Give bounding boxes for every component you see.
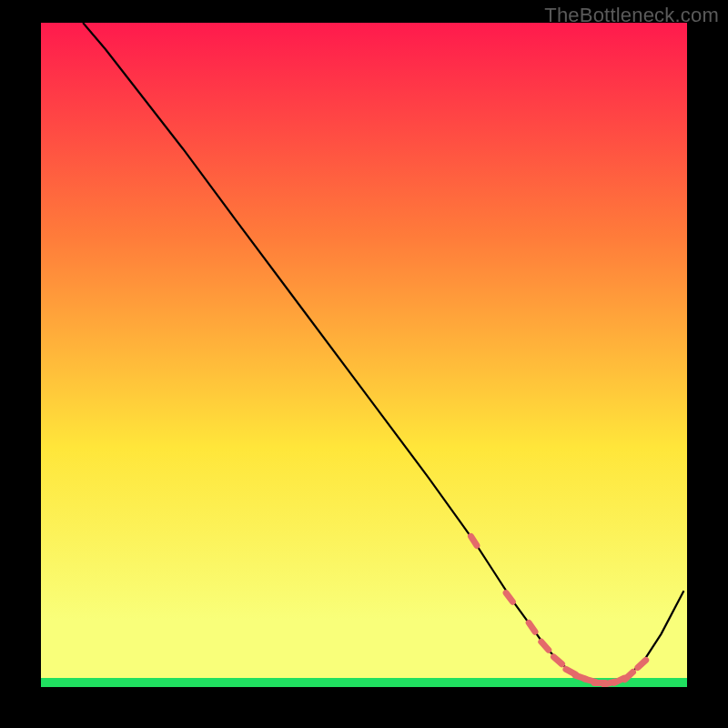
- chart-svg: [41, 23, 687, 687]
- plot-area: [41, 23, 687, 687]
- gradient-background: [41, 23, 687, 687]
- chart-wrapper: TheBottleneck.com: [0, 0, 728, 728]
